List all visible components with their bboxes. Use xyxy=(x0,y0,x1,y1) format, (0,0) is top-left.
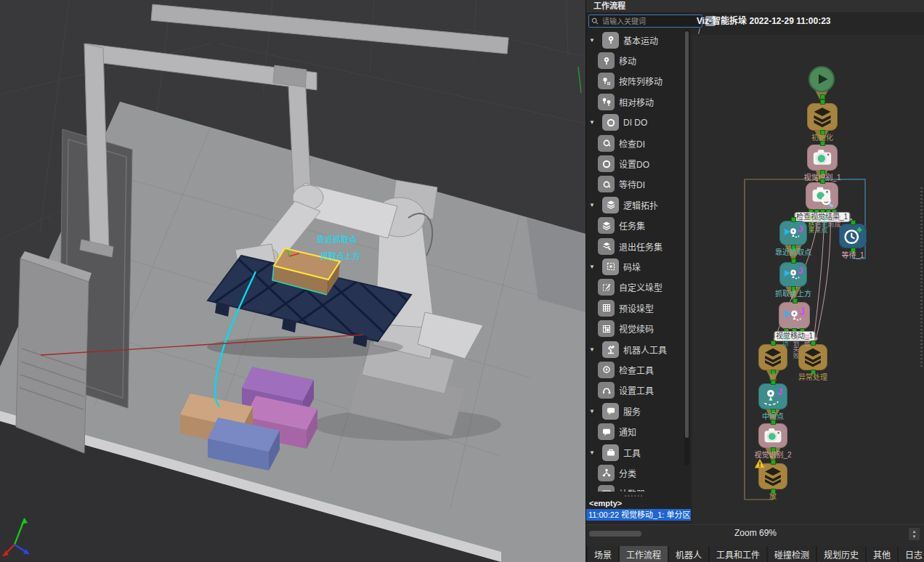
tree-item-label: 服务 xyxy=(623,405,641,418)
tree-item[interactable]: 检查工具 xyxy=(586,359,682,380)
flow-node-label: 抓取点上方 xyxy=(775,290,811,298)
collapse-arrow-icon[interactable]: ▼ xyxy=(586,202,598,208)
tree-item[interactable]: 预设垛型 xyxy=(586,298,682,318)
start-node[interactable] xyxy=(808,66,835,92)
connection-port[interactable] xyxy=(791,217,796,222)
edge-label: 未完成 xyxy=(820,215,827,234)
connection-port[interactable] xyxy=(793,298,798,304)
bottom-tab-5[interactable]: 规划历史 xyxy=(817,546,865,562)
connection-port[interactable] xyxy=(820,141,825,146)
tree-item[interactable]: 计数器 xyxy=(586,484,682,492)
tree-resize-grip[interactable]: •••••• xyxy=(586,493,682,498)
tree-item[interactable]: ▼DI DO xyxy=(586,113,682,133)
collapse-arrow-icon[interactable]: ▼ xyxy=(586,37,598,44)
tree-item[interactable]: ▼机器人工具 xyxy=(586,339,682,359)
connection-port[interactable] xyxy=(820,94,825,99)
tree-item[interactable]: 视觉续码 xyxy=(586,318,682,338)
toolbox-icon xyxy=(602,444,619,461)
tree-item-label: 码垛 xyxy=(623,261,641,273)
edge-label: 拍照 xyxy=(827,215,833,227)
tree-item-label: 检查DI xyxy=(619,137,645,150)
zoom-spinner[interactable]: ▲▼ xyxy=(908,527,920,541)
collapse-arrow-icon[interactable]: ▼ xyxy=(586,408,598,415)
tree-item[interactable]: ▼服务 xyxy=(586,401,682,421)
tree-item[interactable]: 设置工具 xyxy=(586,380,682,401)
flow-node-label: 等待_1 xyxy=(841,251,864,260)
pin-grid-icon xyxy=(598,73,615,89)
tree-item-label: 视觉续码 xyxy=(619,322,654,335)
tree-item-label: 分类 xyxy=(619,467,636,479)
tree-item[interactable]: 按阵列移动 xyxy=(586,71,682,91)
tree-item[interactable]: 检查DI xyxy=(586,133,682,153)
svg-text:J: J xyxy=(798,224,803,235)
tree-item[interactable]: 分类 xyxy=(586,463,682,483)
bottom-tab-0[interactable]: 场景 xyxy=(588,546,618,562)
collapse-arrow-icon[interactable]: ▼ xyxy=(586,264,598,270)
flow-node-grab[interactable]: 抓 xyxy=(758,344,787,370)
tree-item-label: 等待DI xyxy=(619,178,645,190)
svg-text:J: J xyxy=(798,266,803,276)
connection-port[interactable] xyxy=(771,420,776,425)
tree-item[interactable]: ▼基本运动 xyxy=(586,30,682,50)
tree-item-label: 按阵列移动 xyxy=(619,75,662,87)
search-input[interactable] xyxy=(601,17,700,26)
bottom-tab-6[interactable]: 其他 xyxy=(867,546,897,562)
flow-node-vmove[interactable]: J视觉移动_1 xyxy=(779,302,810,329)
bottom-tab-2[interactable]: 机器人 xyxy=(669,546,708,562)
connection-port[interactable] xyxy=(851,220,856,225)
bottom-tab-3[interactable]: 工具和工件 xyxy=(710,546,766,562)
zoom-level: Zoom 69% xyxy=(586,528,924,538)
flow-node-mid[interactable]: J中间点 xyxy=(758,383,787,410)
flow-node-wait[interactable]: 等待_1 xyxy=(839,224,867,248)
tree-item[interactable]: ▼工具 xyxy=(586,442,682,463)
tree-item[interactable]: ▼逻辑拓扑 xyxy=(586,195,682,215)
status-message[interactable]: 11:00:22 视觉移动_1: 单分区方形 xyxy=(586,509,691,521)
tree-item-label: 通知 xyxy=(619,425,636,438)
tree-item[interactable]: 自定义垛型 xyxy=(586,277,682,298)
flow-node-above[interactable]: J抓取点上方 xyxy=(779,262,807,287)
connection-port[interactable] xyxy=(771,460,776,465)
bottom-tab-1[interactable]: 工作流程 xyxy=(620,546,668,562)
viewport-3d[interactable]: 靠近抓取点 抓取点上方 xyxy=(0,0,585,562)
step-tree: ▼基本运动移动按阵列移动相对移动▼DI DO检查DI设置DO等待DI▼逻辑拓扑任… xyxy=(586,30,682,492)
connection-port[interactable] xyxy=(791,258,796,264)
bottom-tab-7[interactable]: 日志 xyxy=(899,546,924,562)
search-box[interactable] xyxy=(588,15,702,28)
flow-scrollbar[interactable] xyxy=(920,187,923,369)
tree-item[interactable]: 任务集 xyxy=(586,216,682,236)
tree-item[interactable]: 相对移动 xyxy=(586,91,682,112)
tree-item[interactable]: 通知 xyxy=(586,421,682,441)
flow-node-vision2[interactable]: 视觉识别_2 xyxy=(758,423,787,448)
connection-port[interactable] xyxy=(820,99,825,105)
connection-port[interactable] xyxy=(771,341,776,346)
flow-node-check[interactable]: 检查视觉结果_1 xyxy=(806,182,838,210)
flow-node-except[interactable]: 异常处理 xyxy=(798,344,827,370)
collapse-arrow-icon[interactable]: ▼ xyxy=(586,119,598,126)
connection-port[interactable] xyxy=(811,341,816,346)
flow-node-place[interactable]: 放 xyxy=(758,463,787,489)
tree-item[interactable]: 等待DI xyxy=(586,174,682,195)
tree-item-label: 设置DO xyxy=(619,158,649,170)
bottom-tab-4[interactable]: 碰撞检测 xyxy=(768,546,816,562)
pin-pair-icon xyxy=(598,94,615,110)
collapse-arrow-icon[interactable]: ▼ xyxy=(586,346,598,353)
connection-port[interactable] xyxy=(820,179,825,184)
tree-scrollbar[interactable] xyxy=(684,30,689,465)
bottom-tab-bar: 场景工作流程机器人工具和工件碰撞检测规划历史其他日志 xyxy=(586,546,924,562)
collapse-arrow-icon[interactable]: ▼ xyxy=(586,449,598,456)
flow-node-near[interactable]: J靠近抓取点 xyxy=(779,221,807,245)
flow-canvas[interactable]: 初始化视觉识别_1检查视觉结果_1J靠近抓取点等待_1J抓取点上方J视觉移动_1… xyxy=(692,35,924,524)
flow-node-label: 靠近抓取点 xyxy=(775,248,811,257)
grid-cam-icon xyxy=(598,320,615,337)
flow-node-init[interactable]: 初始化 xyxy=(807,103,838,131)
tree-item[interactable]: ▼码垛 xyxy=(586,256,682,277)
flow-node-vision1[interactable]: 视觉识别_1 xyxy=(807,144,838,171)
tree-item[interactable]: 移动 xyxy=(586,50,682,70)
tree-item-label: 自定义垛型 xyxy=(619,281,662,293)
tree-item[interactable]: 退出任务集 xyxy=(586,236,682,256)
zoom-row: Zoom 69% ▲▼ xyxy=(586,524,924,546)
tree-item[interactable]: 设置DO xyxy=(586,153,682,174)
layers-icon xyxy=(598,217,615,234)
connection-port[interactable] xyxy=(771,380,776,385)
tree-item-label: DI DO xyxy=(623,118,647,128)
